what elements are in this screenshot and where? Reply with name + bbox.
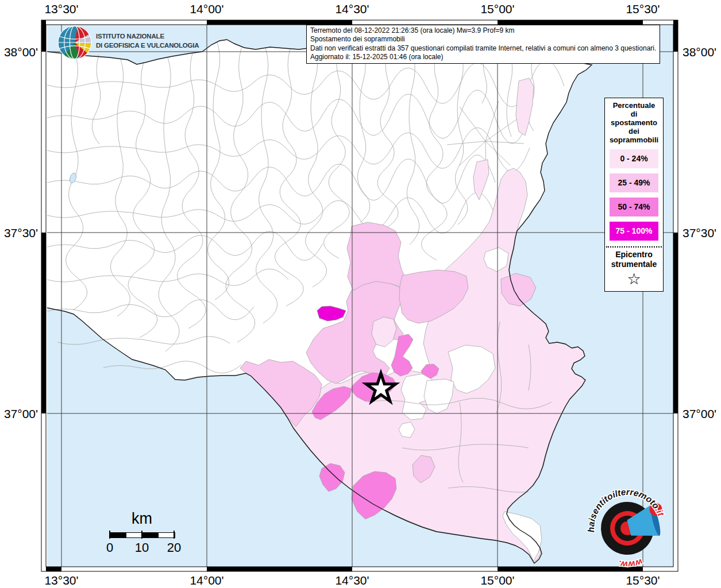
ingv-logo-icon xyxy=(57,25,92,60)
legend-swatch-25-49: 25 - 49% xyxy=(610,173,658,192)
axis-label-bottom-1: 13°30' xyxy=(27,574,96,587)
scalebar-number-0: 0 xyxy=(95,540,124,555)
title-line-effect: Spostamento dei soprammobili xyxy=(310,35,656,44)
axis-label-top-5: 15°30' xyxy=(608,2,677,16)
scalebar-number-10: 10 xyxy=(128,540,156,555)
axis-label-bottom-4: 15°00' xyxy=(463,574,532,587)
axis-label-bottom-3: 14°30' xyxy=(318,574,387,587)
scalebar-number-20: 20 xyxy=(160,540,188,555)
axis-label-left-1: 38°00' xyxy=(1,45,38,59)
axis-label-top-1: 13°30' xyxy=(27,2,96,16)
svg-text:www.: www. xyxy=(615,554,645,574)
map-area xyxy=(47,25,673,567)
axis-label-right-2: 37°30' xyxy=(683,226,721,240)
legend: Percentuale di spostamento dei soprammob… xyxy=(604,98,664,292)
ingv-logo-text-line1: ISTITUTO NAZIONALE xyxy=(96,33,164,40)
scalebar-tick xyxy=(173,531,175,539)
title-line-event: Terremoto del 08-12-2022 21:26:35 (ora l… xyxy=(310,26,656,35)
legend-swatch-0-24: 0 - 24% xyxy=(610,149,658,168)
legend-epicenter-label: Epicentro strumentale xyxy=(605,250,663,269)
title-box: Terremoto del 08-12-2022 21:26:35 (ora l… xyxy=(306,25,660,64)
ingv-logo-text-line2: DI GEOFISICA E VULCANOLOGIA xyxy=(96,42,199,49)
title-line-updated: Aggiornato il: 15-12-2025 01:46 (ora loc… xyxy=(310,53,656,61)
scalebar xyxy=(110,532,175,538)
legend-separator xyxy=(606,246,662,247)
axis-label-bottom-5: 15°30' xyxy=(608,574,677,587)
map-figure: 13°30' 14°00' 14°30' 15°00' 15°30' 13°30… xyxy=(0,0,721,588)
axis-label-top-3: 14°30' xyxy=(318,2,387,16)
scalebar-tick xyxy=(141,531,142,539)
legend-title: Percentuale di spostamento dei soprammob… xyxy=(606,101,662,144)
axis-label-left-2: 37°30' xyxy=(1,226,38,240)
legend-swatch-75-100: 75 - 100% xyxy=(610,222,658,241)
scalebar-tick xyxy=(109,531,110,539)
legend-star-icon: ☆ xyxy=(605,270,663,288)
hsit-logo: ? haisentitoilterremoto.it www. xyxy=(581,483,676,575)
axis-label-left-3: 37°00' xyxy=(1,407,38,421)
title-line-data-note: Dati non verificati estratti da 357 ques… xyxy=(310,44,656,53)
axis-label-right-3: 37°00' xyxy=(683,407,721,421)
hsit-www-text: www. xyxy=(615,554,645,574)
legend-swatch-50-74: 50 - 74% xyxy=(610,198,658,216)
axis-label-right-1: 38°00' xyxy=(683,45,721,59)
axis-label-top-4: 15°00' xyxy=(463,2,532,16)
axis-label-top-2: 14°00' xyxy=(172,2,241,16)
axis-label-bottom-2: 14°00' xyxy=(172,574,241,587)
scalebar-unit: km xyxy=(107,510,176,528)
